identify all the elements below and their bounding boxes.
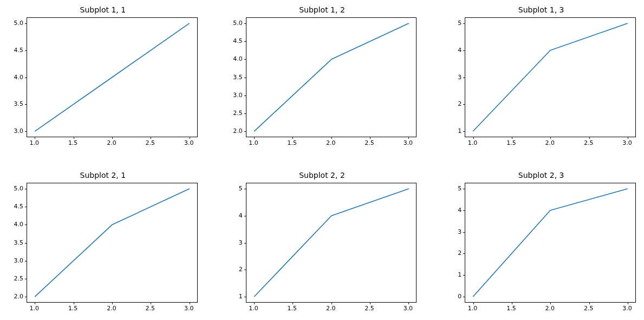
y-tick-label: 4.5 — [14, 203, 24, 210]
y-tick-label: 5.0 — [14, 19, 24, 26]
x-tick-label: 3.0 — [184, 305, 194, 312]
x-tick-label: 1.5 — [288, 139, 297, 146]
x-tick-label: 1.5 — [68, 305, 78, 312]
figure-grid: Subplot 1, 1 3.03.54.04.55.0 1.01.52.02.… — [0, 0, 644, 320]
y-tick-mark — [25, 131, 27, 132]
y-tick-label: 2.5 — [14, 274, 24, 281]
y-tick-mark — [463, 297, 465, 297]
y-tick-label: 5.0 — [14, 184, 24, 191]
y-tick-label: 3.0 — [14, 257, 24, 264]
x-tick-label: 2.0 — [545, 139, 555, 146]
y-tick-labels: 2.02.53.03.54.04.55.0 — [8, 183, 27, 303]
y-tick-mark — [463, 50, 465, 51]
x-tick-label: 3.0 — [622, 139, 632, 146]
x-tick-label: 1.5 — [506, 139, 516, 146]
line-series — [465, 18, 635, 137]
subplot-2-3: Subplot 2, 3 012345 1.01.52.02.53.0 — [446, 171, 636, 315]
y-tick-mark — [244, 95, 246, 96]
y-tick-mark — [463, 210, 465, 211]
x-tick-label: 2.5 — [584, 305, 594, 312]
x-tick-label: 2.0 — [326, 139, 336, 146]
axes-box — [465, 17, 636, 137]
x-tick-label: 2.0 — [326, 305, 336, 312]
axes-box — [246, 17, 417, 137]
x-tick-label: 3.0 — [404, 305, 413, 312]
x-tick-labels: 1.01.52.02.53.0 — [465, 303, 636, 315]
x-tick-label: 2.5 — [365, 305, 374, 312]
y-tick-mark — [244, 41, 246, 42]
plot-area: 2.02.53.03.54.04.55.0 — [8, 183, 198, 303]
y-tick-mark — [463, 104, 465, 105]
x-tick-label: 2.0 — [107, 305, 116, 312]
y-tick-label: 4.0 — [14, 73, 24, 80]
x-tick-label: 1.5 — [288, 305, 297, 312]
y-tick-labels: 3.03.54.04.55.0 — [8, 17, 27, 137]
x-tick-label: 1.0 — [249, 305, 258, 312]
line-series — [246, 18, 417, 137]
y-tick-label: 3 — [239, 239, 243, 246]
y-tick-label: 3.0 — [14, 127, 24, 135]
line-series — [27, 18, 197, 137]
y-tick-mark — [463, 189, 465, 189]
x-tick-label: 3.0 — [622, 305, 632, 312]
y-tick-mark — [25, 279, 27, 279]
y-tick-label: 2 — [458, 249, 461, 257]
y-tick-label: 1 — [458, 127, 461, 135]
line-series — [246, 183, 417, 302]
subplot-2-1: Subplot 2, 1 2.02.53.03.54.04.55.0 1.01.… — [8, 171, 198, 315]
y-tick-label: 5 — [458, 19, 461, 26]
y-tick-mark — [244, 297, 246, 297]
x-tick-labels: 1.01.52.02.53.0 — [27, 303, 198, 315]
axes-box — [27, 17, 198, 137]
y-tick-mark — [244, 216, 246, 216]
axes-box — [465, 183, 636, 303]
x-tick-label: 2.5 — [365, 139, 374, 146]
line-series — [465, 183, 635, 302]
y-tick-label: 4.5 — [233, 37, 243, 44]
y-tick-mark — [25, 189, 27, 189]
y-tick-mark — [244, 243, 246, 244]
y-tick-label: 5.0 — [233, 19, 243, 26]
y-tick-mark — [244, 189, 246, 189]
x-tick-label: 2.0 — [545, 305, 555, 312]
y-tick-label: 4 — [458, 206, 461, 213]
x-tick-label: 2.5 — [146, 305, 155, 312]
line-series — [27, 183, 197, 302]
y-tick-mark — [25, 23, 27, 24]
y-tick-label: 2 — [458, 100, 461, 107]
y-tick-mark — [25, 78, 27, 78]
x-tick-label: 1.5 — [68, 139, 78, 146]
x-tick-label: 1.0 — [249, 139, 258, 146]
y-tick-label: 4.0 — [14, 221, 24, 228]
subplot-title: Subplot 2, 1 — [8, 171, 198, 181]
y-tick-mark — [25, 50, 27, 51]
y-tick-label: 3.5 — [233, 73, 243, 80]
y-tick-mark — [244, 23, 246, 24]
y-tick-label: 3 — [458, 228, 461, 235]
y-tick-label: 4.0 — [233, 55, 243, 62]
y-tick-mark — [25, 104, 27, 105]
subplot-title: Subplot 1, 2 — [227, 5, 417, 15]
y-tick-label: 4 — [458, 46, 461, 53]
y-tick-mark — [463, 78, 465, 78]
y-tick-label: 0 — [458, 293, 461, 300]
subplot-1-3: Subplot 1, 3 12345 1.01.52.02.53.0 — [446, 5, 636, 149]
y-tick-label: 3 — [458, 73, 461, 80]
y-tick-mark — [463, 232, 465, 233]
y-tick-mark — [463, 131, 465, 132]
x-tick-label: 2.5 — [146, 139, 155, 146]
subplot-1-2: Subplot 1, 2 2.02.53.03.54.04.55.0 1.01.… — [227, 5, 417, 149]
plot-area: 12345 — [227, 183, 417, 303]
subplot-title: Subplot 2, 3 — [446, 171, 636, 181]
x-tick-label: 2.0 — [107, 139, 116, 146]
y-tick-label: 3.5 — [14, 100, 24, 107]
y-tick-mark — [25, 207, 27, 207]
y-tick-mark — [244, 270, 246, 270]
subplot-title: Subplot 2, 2 — [227, 171, 417, 181]
plot-area: 012345 — [446, 183, 636, 303]
x-tick-label: 1.5 — [506, 305, 516, 312]
plot-area: 3.03.54.04.55.0 — [8, 17, 198, 137]
y-tick-label: 3.0 — [233, 91, 243, 98]
y-tick-label: 1 — [239, 293, 243, 300]
x-tick-labels: 1.01.52.02.53.0 — [246, 137, 417, 149]
